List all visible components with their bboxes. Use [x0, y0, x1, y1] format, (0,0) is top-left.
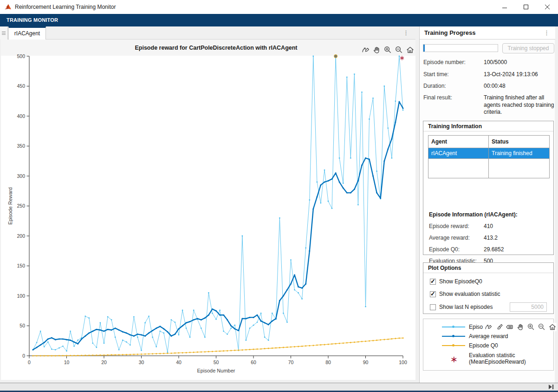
document-tabstrip: rIACAgent ⋮: [0, 26, 415, 39]
training-progress-panel: Training Progress ⋮ Training stopped Epi…: [419, 26, 555, 383]
status-cell[interactable]: Training finished: [489, 148, 550, 159]
training-stopped-button[interactable]: Training stopped: [502, 43, 554, 53]
pan-icon[interactable]: [516, 323, 525, 331]
svg-text:Episode Number: Episode Number: [197, 368, 235, 373]
skip-to-end-icon[interactable]: [548, 384, 554, 390]
close-button[interactable]: [537, 0, 558, 14]
panel-grip-icon[interactable]: [0, 26, 8, 39]
show-evaluation-statistic-label: Show evaluation statistic: [439, 291, 500, 297]
legend-box: Episode reward Average reward Episode Q0…: [423, 319, 554, 371]
agents-table[interactable]: Agent Status rIACAgent Training finished: [428, 135, 550, 178]
tab-rlacagent[interactable]: rIACAgent: [8, 26, 46, 39]
duration-value: 00:00:48: [484, 83, 556, 90]
show-evaluation-statistic-option[interactable]: Show evaluation statistic: [430, 291, 500, 297]
final-result-value: Training finished after all agents reach…: [484, 94, 556, 116]
panel-menu-icon[interactable]: ⋮: [544, 30, 550, 36]
restore-view-icon[interactable]: [406, 46, 415, 54]
episode-number-label: Episode number:: [423, 59, 466, 65]
svg-text:70: 70: [288, 359, 294, 365]
svg-text:80: 80: [325, 359, 331, 365]
zoom-in-icon[interactable]: [383, 46, 392, 54]
agent-column-header: Agent: [428, 136, 489, 148]
svg-text:150: 150: [17, 263, 25, 268]
agent-cell[interactable]: rIACAgent: [428, 148, 489, 159]
episode-number-value: 100/5000: [484, 59, 556, 66]
svg-text:20: 20: [101, 359, 107, 365]
svg-text:30: 30: [139, 359, 144, 365]
legend-label: Episode Q0: [469, 342, 498, 349]
episode-reward-value: 410: [484, 223, 556, 230]
n-episodes-input[interactable]: [510, 302, 547, 312]
svg-text:300: 300: [17, 173, 25, 179]
svg-text:90: 90: [363, 359, 369, 365]
tabstrip-menu-icon[interactable]: ⋮: [403, 30, 409, 36]
legend-label: Average reward: [469, 333, 508, 340]
status-bar: [0, 383, 558, 391]
average-reward-row: Average reward: 413.2: [429, 235, 550, 241]
export-plot-icon[interactable]: [361, 46, 370, 54]
plot-options-group: Plot Options Show EpisodeQ0 Show evaluat…: [423, 262, 554, 314]
svg-text:500: 500: [17, 53, 25, 59]
legend-item-episode-q0[interactable]: Episode Q0: [442, 342, 498, 349]
training-information-title: Training Information: [423, 121, 553, 131]
legend-item-average-reward[interactable]: Average reward: [442, 333, 508, 340]
start-time-label: Start time:: [423, 71, 449, 78]
minimize-button[interactable]: [494, 0, 515, 14]
svg-text:50: 50: [214, 359, 219, 365]
app-window: Reinforcement Learning Training Monitor …: [0, 0, 558, 392]
svg-text:50: 50: [19, 323, 25, 328]
progress-fill: [423, 45, 425, 52]
table-row-empty: [428, 159, 550, 178]
zoom-out-icon[interactable]: [538, 323, 546, 331]
training-information-group: Training Information Agent Status rIACAg…: [423, 121, 554, 255]
svg-text:Episode reward for CartPoleDis: Episode reward for CartPoleDiscreteActio…: [135, 45, 298, 51]
svg-text:250: 250: [17, 203, 25, 209]
zoom-out-icon[interactable]: [395, 46, 403, 54]
table-row[interactable]: rIACAgent Training finished: [428, 148, 550, 159]
duration-row: Duration: 00:00:48: [423, 83, 554, 89]
brush-icon[interactable]: [495, 323, 503, 331]
svg-text:60: 60: [251, 359, 256, 365]
legend-axes-toolbar: [483, 323, 557, 331]
zoom-in-icon[interactable]: [527, 323, 535, 331]
svg-text:350: 350: [17, 143, 25, 149]
plot-options-title: Plot Options: [423, 263, 553, 273]
svg-text:450: 450: [17, 83, 25, 89]
restore-view-icon[interactable]: [548, 323, 557, 331]
average-reward-label: Average reward:: [429, 235, 470, 241]
datatip-icon[interactable]: [506, 323, 514, 331]
show-last-n-episodes-option[interactable]: Show last N episodes: [430, 304, 493, 310]
reward-chart[interactable]: Episode reward for CartPoleDiscreteActio…: [1, 39, 415, 380]
matlab-logo-icon: [4, 3, 12, 12]
titlebar: Reinforcement Learning Training Monitor: [0, 0, 558, 14]
episode-q0-row: Episode Q0: 29.6852: [429, 246, 550, 253]
episode-q0-label: Episode Q0:: [429, 246, 460, 253]
svg-text:400: 400: [17, 113, 25, 119]
export-plot-icon[interactable]: [484, 323, 493, 331]
episode-number-row: Episode number: 100/5000: [423, 59, 554, 65]
episode-reward-label: Episode reward:: [429, 223, 469, 229]
svg-text:100: 100: [399, 359, 407, 365]
svg-text:Episode Reward: Episode Reward: [7, 187, 13, 225]
show-last-n-episodes-checkbox[interactable]: [430, 304, 436, 310]
legend-item-evaluation-statistic[interactable]: ∗ Evaluation statistic (MeanEpisodeRewar…: [442, 352, 526, 365]
start-time-row: Start time: 13-Oct-2024 19:13:06: [423, 71, 554, 78]
show-evaluation-statistic-checkbox[interactable]: [430, 291, 436, 297]
axes-toolbar: [361, 46, 415, 54]
svg-text:40: 40: [176, 359, 182, 365]
pan-icon[interactable]: [372, 46, 381, 54]
panel-title: Training Progress: [424, 29, 476, 36]
tab-training-monitor[interactable]: TRAINING MONITOR: [4, 14, 61, 26]
status-column-header: Status: [489, 136, 550, 148]
maximize-button[interactable]: [515, 0, 537, 14]
show-episodeq0-option[interactable]: Show EpisodeQ0: [430, 278, 482, 285]
start-time-value: 13-Oct-2024 19:13:06: [484, 71, 556, 78]
toolstrip: TRAINING MONITOR: [0, 14, 558, 26]
episode-information-title: Episode Information (rIACAgent):: [429, 211, 518, 218]
final-result-label: Final result:: [423, 94, 452, 101]
asterisk-marker-icon: ∗: [450, 354, 458, 365]
svg-text:200: 200: [17, 233, 25, 239]
panel-header: Training Progress ⋮: [420, 26, 555, 39]
window-title: Reinforcement Learning Training Monitor: [15, 4, 116, 10]
show-episodeq0-checkbox[interactable]: [430, 279, 436, 285]
